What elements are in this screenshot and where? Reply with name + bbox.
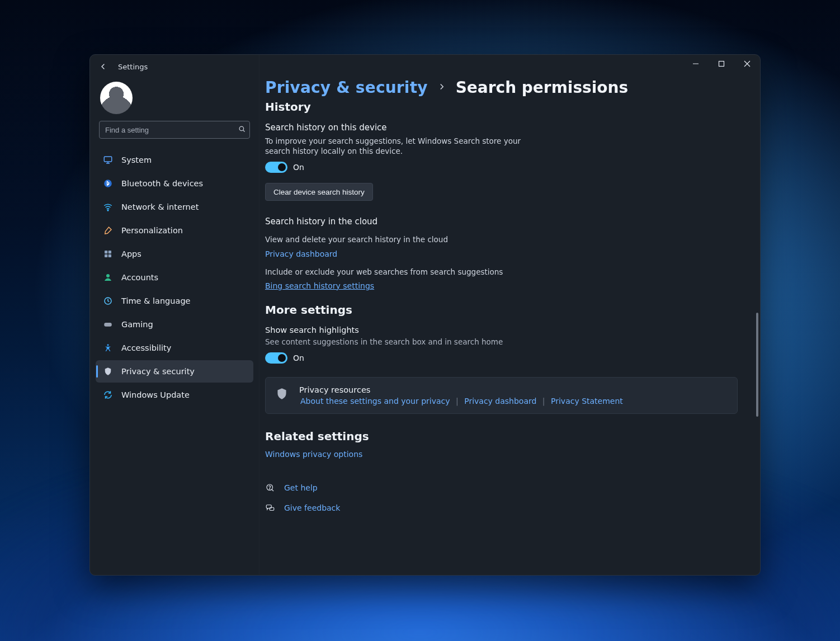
sidebar-item-network[interactable]: Network & internet [96,196,253,218]
accessibility-icon [102,342,114,354]
card-link-statement[interactable]: Privacy Statement [551,397,623,406]
scrollbar-thumb[interactable] [756,313,758,417]
window-title: Settings [118,63,148,71]
feedback-icon [265,503,275,513]
profile-area[interactable] [90,74,259,121]
titlebar-left: Settings [90,59,259,74]
breadcrumb-parent[interactable]: Privacy & security [265,78,428,97]
sidebar-item-label: Accessibility [121,343,171,352]
avatar [100,82,133,114]
section-related-title: Related settings [265,430,748,443]
section-history-title: History [265,100,748,114]
svg-rect-4 [105,251,107,253]
paintbrush-icon [102,225,114,236]
history-cloud-desc2: Include or exclude your web searches fro… [265,267,522,277]
sidebar-item-system[interactable]: System [96,149,253,171]
highlights-toggle[interactable] [265,352,287,364]
chevron-right-icon [437,81,447,95]
bluetooth-icon [102,178,114,189]
svg-point-8 [106,274,110,277]
settings-window: Settings System Bluetooth & devices [89,54,761,576]
related-link[interactable]: Windows privacy options [265,450,362,459]
sidebar-item-gaming[interactable]: Gaming [96,313,253,336]
give-feedback-link[interactable]: Give feedback [265,503,748,513]
sidebar-item-label: Personalization [121,226,183,235]
svg-point-3 [107,210,108,211]
card-title: Privacy resources [299,385,624,394]
shield-icon [275,387,289,401]
sidebar-item-update[interactable]: Windows Update [96,384,253,406]
svg-rect-7 [108,254,111,257]
history-device-title: Search history on this device [265,122,748,133]
highlights-title: Show search highlights [265,326,748,334]
sidebar: Settings System Bluetooth & devices [90,55,259,575]
clear-history-button[interactable]: Clear device search history [265,183,373,201]
sidebar-item-label: Privacy & security [121,367,195,376]
sidebar-search[interactable] [99,121,250,139]
main-area: Privacy & security Search permissions Hi… [259,55,760,575]
content-scroll[interactable]: History Search history on this device To… [259,100,760,575]
monitor-icon [102,154,114,166]
svg-rect-5 [108,251,111,253]
svg-rect-16 [270,507,274,510]
sidebar-item-privacy[interactable]: Privacy & security [96,360,253,383]
sidebar-item-personalization[interactable]: Personalization [96,219,253,242]
wifi-icon [102,201,114,213]
sidebar-item-accounts[interactable]: Accounts [96,266,253,289]
search-icon [234,125,249,135]
privacy-dashboard-link[interactable]: Privacy dashboard [265,249,337,258]
sidebar-item-label: System [121,155,152,164]
minimize-button[interactable] [683,55,709,73]
card-link-dashboard[interactable]: Privacy dashboard [464,397,536,406]
update-icon [102,389,114,400]
section-more-title: More settings [265,303,748,317]
svg-rect-10 [104,323,112,327]
back-button[interactable] [98,62,108,72]
history-cloud-desc1: View and delete your search history in t… [265,234,522,244]
maximize-button[interactable] [709,55,734,73]
svg-rect-1 [104,157,112,162]
window-controls [683,55,760,73]
shield-icon [102,366,114,377]
clock-globe-icon [102,295,114,307]
card-links: About these settings and your privacy | … [299,397,624,406]
sidebar-item-accessibility[interactable]: Accessibility [96,337,253,359]
close-button[interactable] [734,55,760,73]
svg-point-0 [239,126,244,131]
get-help-label: Get help [284,483,318,492]
gamepad-icon [102,319,114,330]
history-device-toggle-state: On [293,163,304,172]
search-input[interactable] [100,126,234,134]
svg-point-14 [270,489,270,489]
highlights-desc: See content suggestions in the search bo… [265,337,522,347]
highlights-toggle-state: On [293,354,304,362]
sidebar-item-label: Windows Update [121,390,190,399]
sidebar-item-label: Time & language [121,296,191,305]
history-device-toggle[interactable] [265,162,287,173]
apps-icon [102,248,114,260]
svg-point-11 [107,344,109,346]
give-feedback-label: Give feedback [284,503,340,512]
sidebar-item-label: Gaming [121,320,153,329]
sidebar-item-label: Accounts [121,273,158,282]
svg-rect-6 [105,254,107,257]
sidebar-item-label: Network & internet [121,202,199,211]
breadcrumb-current: Search permissions [456,78,629,97]
sidebar-item-apps[interactable]: Apps [96,243,253,265]
history-cloud-title: Search history in the cloud [265,216,748,227]
sidebar-item-label: Bluetooth & devices [121,179,203,188]
help-icon [265,483,275,493]
history-device-desc: To improve your search suggestions, let … [265,136,522,156]
sidebar-item-bluetooth[interactable]: Bluetooth & devices [96,172,253,195]
person-icon [102,272,114,283]
privacy-resources-card: Privacy resources About these settings a… [265,377,738,414]
svg-point-2 [104,180,112,187]
sidebar-item-label: Apps [121,249,141,258]
svg-rect-12 [719,62,724,67]
get-help-link[interactable]: Get help [265,483,748,493]
sidebar-item-time[interactable]: Time & language [96,290,253,312]
card-link-about[interactable]: About these settings and your privacy [300,397,450,406]
bing-history-link[interactable]: Bing search history settings [265,281,374,290]
sidebar-nav: System Bluetooth & devices Network & int… [90,145,259,406]
